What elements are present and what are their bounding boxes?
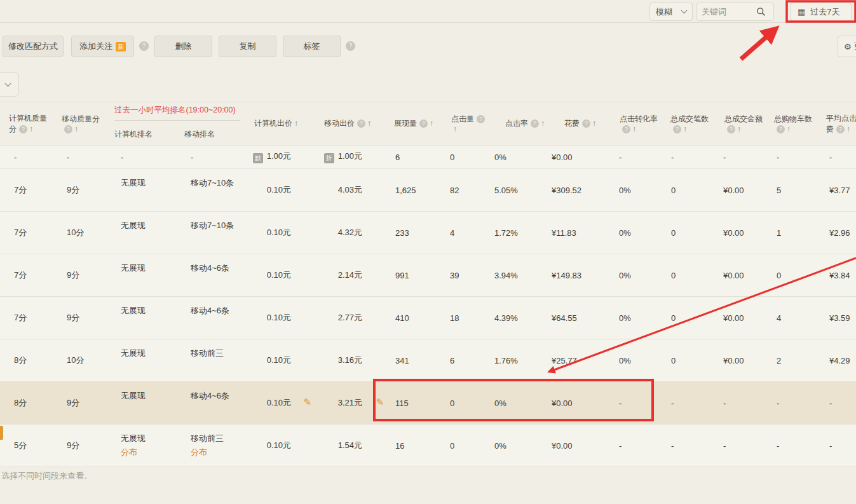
question-icon[interactable]: ?: [673, 125, 681, 133]
question-icon[interactable]: ?: [582, 119, 590, 128]
header-pc-bid[interactable]: 计算机出价↑: [248, 102, 316, 146]
header-clicks[interactable]: 点击量?↑: [445, 102, 489, 146]
table-row[interactable]: 7分9分无展现移动4~6条0.10元2.14元991393.94%¥149.83…: [0, 254, 856, 297]
value: 9分: [67, 398, 79, 407]
calendar-icon: ▦: [798, 8, 805, 16]
value: ¥3.84: [829, 271, 850, 280]
sort-arrow-icon[interactable]: ↑: [74, 125, 78, 133]
question-icon[interactable]: ?: [477, 115, 485, 123]
header-cost[interactable]: 花费?↑: [547, 102, 610, 146]
sort-arrow-icon[interactable]: ↑: [430, 119, 433, 128]
sort-arrow-icon[interactable]: ↑: [367, 119, 371, 128]
question-icon[interactable]: ?: [357, 119, 365, 128]
modify-match-button[interactable]: 修改匹配方式: [3, 36, 64, 57]
delete-button[interactable]: 删除: [154, 36, 212, 57]
cell-revenue: ¥0.00: [712, 297, 763, 339]
distribution-link[interactable]: 分布: [191, 447, 248, 458]
cell-mobile-quality: 9分: [53, 425, 105, 467]
value: ¥149.83: [552, 271, 581, 280]
header-mobile-bid[interactable]: 移动出价?↑: [316, 102, 386, 146]
header-cpc[interactable]: 平均点击花费?↑: [813, 102, 856, 146]
fuzzy-match-dropdown[interactable]: 模糊: [649, 3, 693, 21]
help-icon[interactable]: ?: [139, 41, 149, 51]
value: 991: [395, 271, 409, 280]
keyword-search-input[interactable]: [702, 7, 756, 17]
cell-impressions: 115: [386, 382, 445, 425]
header-pc-rank[interactable]: 计算机排名: [105, 124, 175, 146]
value: -: [121, 153, 123, 162]
cell-mobile-quality: 9分: [53, 169, 105, 212]
cell-pc-quality: -: [0, 146, 53, 169]
table-row[interactable]: 8分9分无展现移动4~6条0.10元✎3.21元✎11500%¥0.00----…: [0, 382, 856, 425]
value: 2.14元: [338, 270, 362, 280]
help-icon[interactable]: ?: [346, 41, 355, 51]
header-pc-quality[interactable]: 计算机质量分?↑: [0, 102, 53, 146]
copy-button[interactable]: 复制: [219, 36, 276, 57]
table-row[interactable]: ----默1.00元折1.00元600%¥0.00-----: [0, 146, 856, 169]
cell-mobile-rank: 移动4~6条: [175, 254, 248, 297]
cell-cost: ¥0.00: [547, 382, 610, 425]
question-icon[interactable]: ?: [19, 125, 27, 133]
header-mobile-quality[interactable]: 移动质量分?↑: [53, 102, 105, 146]
table-row[interactable]: 5分9分无展现分布移动前三分布0.10元1.54元1600%¥0.00-----: [0, 425, 856, 467]
table-row[interactable]: 7分9分无展现移动4~6条0.10元2.77元410184.39%¥64.550…: [0, 297, 856, 339]
add-watch-button[interactable]: 添加关注 新: [71, 36, 134, 57]
sort-arrow-icon[interactable]: ↑: [787, 125, 791, 133]
distribution-link[interactable]: 分布: [121, 447, 175, 458]
cell-cpc: -: [813, 425, 856, 467]
table-row[interactable]: 7分10分无展现移动7~10条0.10元4.32元23341.72%¥11.83…: [0, 212, 856, 254]
header-ctr[interactable]: 点击率?↑: [489, 102, 547, 146]
cell-cost: ¥11.83: [547, 212, 610, 254]
value: 2.77元: [338, 313, 362, 322]
cell-cvr: 0%: [610, 297, 661, 339]
sort-arrow-icon[interactable]: ↑: [592, 119, 596, 128]
value: 1.00元: [338, 151, 362, 161]
value: 0%: [494, 441, 506, 451]
header-mobile-rank[interactable]: 移动排名: [175, 124, 248, 146]
value: 4.32元: [338, 228, 362, 237]
question-icon[interactable]: ?: [419, 119, 428, 128]
question-icon[interactable]: ?: [531, 119, 539, 128]
question-icon[interactable]: ?: [777, 125, 785, 133]
sort-arrow-icon[interactable]: ↑: [453, 125, 457, 133]
keyword-search-box[interactable]: [696, 3, 774, 21]
column-settings-button[interactable]: ⚙ 更: [838, 36, 856, 57]
header-cvr[interactable]: 点击转化率?↑: [610, 102, 661, 146]
sort-arrow-icon[interactable]: ↑: [29, 125, 33, 133]
date-range-button[interactable]: ▦ 过去7天: [791, 3, 852, 21]
cell-pc-bid: 0.10元✎: [248, 382, 316, 425]
edit-pencil-icon[interactable]: ✎: [303, 397, 311, 408]
header-orders[interactable]: 总成交笔数?↑: [661, 102, 712, 146]
header-revenue[interactable]: 总成交金额?↑: [712, 102, 763, 146]
collapse-panel-button[interactable]: [0, 72, 19, 97]
value: 无展现: [121, 221, 146, 230]
sort-arrow-icon[interactable]: ↑: [683, 125, 687, 133]
cell-carts: 4: [763, 297, 813, 339]
header-carts[interactable]: 总购物车数?↑: [763, 102, 813, 146]
edit-pencil-icon[interactable]: ✎: [376, 397, 384, 408]
question-icon[interactable]: ?: [727, 125, 735, 133]
question-icon[interactable]: ?: [64, 125, 72, 133]
sort-arrow-icon[interactable]: ↑: [294, 119, 298, 128]
sort-arrow-icon[interactable]: ↑: [632, 125, 636, 133]
sort-arrow-icon[interactable]: ↑: [737, 125, 741, 133]
value: 9分: [67, 270, 79, 280]
sort-arrow-icon[interactable]: ↑: [846, 125, 850, 133]
value: ¥4.29: [829, 356, 850, 365]
cell-cpc: ¥4.29: [813, 339, 856, 382]
question-icon[interactable]: ?: [622, 125, 630, 133]
cell-clicks: 0: [445, 146, 489, 169]
value: 3.94%: [494, 271, 518, 280]
table-row[interactable]: 8分10分无展现移动前三0.10元3.16元34161.76%¥25.770%0…: [0, 339, 856, 382]
cell-ctr: 0%: [489, 425, 547, 467]
search-icon[interactable]: [756, 7, 766, 17]
topbar: 模糊 ▦ 过去7天: [0, 0, 856, 23]
value: -: [777, 398, 779, 408]
question-icon[interactable]: ?: [836, 125, 845, 133]
header-impressions[interactable]: 展现量?↑: [386, 102, 445, 146]
table-row[interactable]: 7分9分无展现移动7~10条0.10元4.03元1,625825.05%¥309…: [0, 169, 856, 212]
sort-arrow-icon[interactable]: ↑: [541, 119, 545, 128]
cell-mobile-rank: 移动7~10条: [175, 212, 248, 254]
tag-button[interactable]: 标签: [283, 36, 341, 57]
value: 移动前三: [191, 433, 224, 443]
